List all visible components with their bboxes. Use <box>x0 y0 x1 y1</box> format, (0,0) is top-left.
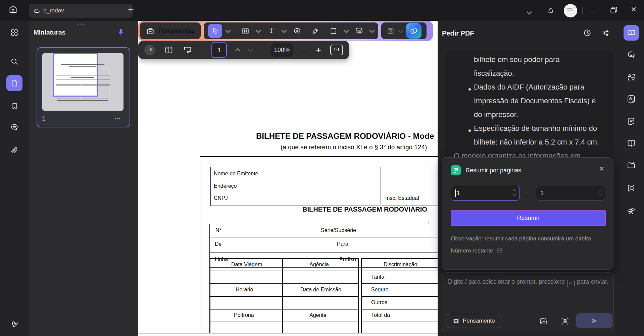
paperclip-icon <box>10 146 19 154</box>
shape-tool-expander[interactable] <box>344 27 349 33</box>
panel-settings-button[interactable] <box>601 29 610 39</box>
left-sidebar <box>0 21 29 336</box>
page-from-input[interactable]: 1 <box>451 186 520 201</box>
home-icon <box>8 4 18 14</box>
text-tool-button[interactable]: T <box>264 24 278 38</box>
page-thumbnail[interactable]: 1 ••• <box>37 47 130 127</box>
doc-cell-label: Horário <box>236 287 253 293</box>
user-avatar[interactable] <box>564 4 577 17</box>
summarize-submit-button[interactable]: Resumir <box>451 210 606 226</box>
sidebar-item-thumbnails[interactable] <box>6 75 22 91</box>
send-button[interactable] <box>576 313 612 328</box>
page-number-value: 1 <box>217 46 221 54</box>
tools-group: T <box>204 22 378 39</box>
pin-button[interactable] <box>116 28 125 38</box>
save-icon[interactable] <box>386 26 395 35</box>
dialog-close-button[interactable]: × <box>599 164 604 174</box>
page-layout-button[interactable] <box>164 45 174 55</box>
message-line: do impressor. <box>474 110 518 119</box>
message-line: Especificação de tamanho mínimo do <box>474 124 597 133</box>
tools-menu-button[interactable]: Ferramentas <box>140 22 201 39</box>
page-number-input[interactable]: 1 <box>211 42 227 58</box>
previous-page-button[interactable] <box>235 48 241 53</box>
select-tool-button[interactable] <box>208 24 222 38</box>
rail-item-ask-pdf[interactable] <box>624 25 639 41</box>
select-tool-expander[interactable] <box>226 27 231 33</box>
doc-cell-label: De <box>215 241 221 247</box>
mini-doc-footer <box>57 100 108 101</box>
zoom-out-button[interactable]: − <box>302 45 307 55</box>
header-tool-button[interactable] <box>238 24 252 38</box>
rail-item-translate-page[interactable] <box>624 91 639 107</box>
highlighter-icon <box>311 27 319 35</box>
sidebar-item-search[interactable] <box>6 54 22 70</box>
bullet-dot <box>468 129 471 132</box>
sidebar-item-theme[interactable] <box>6 316 22 332</box>
titlebar: b_rodov — × <box>0 0 644 21</box>
history-button[interactable] <box>583 28 592 39</box>
doc-cell-label: Para <box>337 241 348 247</box>
sidebar-item-panels[interactable] <box>6 24 22 41</box>
bookmark-icon <box>10 102 19 110</box>
zoom-in-button[interactable]: + <box>316 45 321 55</box>
minimize-button[interactable]: — <box>590 6 597 13</box>
bullet-dot <box>468 88 471 91</box>
doc-cell-label: Agência <box>309 262 329 268</box>
atom-icon <box>452 317 460 325</box>
panel-drag-handle[interactable]: ••• <box>77 21 86 27</box>
to-stepper[interactable] <box>599 188 601 195</box>
save-expander[interactable] <box>398 27 403 33</box>
sidebar-item-bookmarks[interactable] <box>6 98 22 114</box>
restore-button[interactable] <box>609 6 618 16</box>
thinking-mode-button[interactable]: Pensamento <box>447 314 500 328</box>
actual-size-label: 1:1 <box>334 48 339 52</box>
text-tool-expander[interactable] <box>282 27 287 33</box>
rail-item-ai-files[interactable] <box>624 158 639 173</box>
sidebar-item-attachments[interactable] <box>6 142 22 158</box>
new-tab-button[interactable] <box>127 5 135 15</box>
range-separator: - <box>525 189 527 197</box>
from-stepper[interactable] <box>513 188 516 195</box>
rail-item-explore[interactable] <box>624 203 639 218</box>
message-line: Impressão de Documentos Fiscais) e <box>474 97 596 105</box>
measure-tool-button[interactable] <box>352 24 366 38</box>
doc-row-line <box>210 283 358 284</box>
home-button[interactable] <box>8 4 18 15</box>
screenshot-button[interactable] <box>560 317 569 327</box>
panel-title: Pedir PDF <box>442 30 474 37</box>
next-page-button[interactable] <box>248 47 253 52</box>
document-tab[interactable]: b_rodov <box>29 4 133 18</box>
close-button[interactable]: × <box>631 4 636 15</box>
rail-item-ai-chat[interactable] <box>624 47 639 62</box>
notifications-button[interactable] <box>546 6 555 16</box>
text-tool-icon: T <box>269 26 274 35</box>
ai-assistant-button[interactable] <box>406 23 422 39</box>
collapse-tray-button[interactable] <box>144 45 155 55</box>
window-menu-button[interactable] <box>528 9 531 15</box>
rail-item-reader[interactable] <box>624 135 639 151</box>
presentation-button[interactable] <box>183 45 193 55</box>
history-clock-icon <box>583 28 592 38</box>
measure-tool-expander[interactable] <box>369 27 375 33</box>
thumbnails-panel: ••• Miniaturas 1 ••• <box>29 21 139 336</box>
insert-image-button[interactable] <box>539 317 548 327</box>
comment-tool-button[interactable] <box>290 24 304 38</box>
grid-icon <box>10 28 19 37</box>
rail-item-summarize[interactable] <box>624 114 639 129</box>
shape-tool-button[interactable] <box>326 24 340 38</box>
page-icon <box>10 79 19 88</box>
dialog-remaining: Número restante: 69 <box>451 247 503 254</box>
summarize-dialog: Resumir por páginas × 1 - 1 Resumir Obse… <box>442 157 613 270</box>
highlighter-tool-button[interactable] <box>308 24 322 38</box>
comment-icon <box>10 123 19 131</box>
actual-size-button[interactable]: 1:1 <box>330 45 343 55</box>
thumbnail-more-button[interactable]: ••• <box>114 116 121 121</box>
zoom-level-button[interactable]: 100% <box>271 43 293 57</box>
doc-title: BILHETE DE PASSAGEM RODOVIÁRIO - Mode <box>256 131 434 141</box>
chat-input-box[interactable]: Digite / para selecionar o prompt, press… <box>442 272 614 332</box>
rail-item-translate[interactable] <box>624 69 639 85</box>
page-to-input[interactable]: 1 <box>536 186 605 201</box>
header-tool-expander[interactable] <box>256 27 261 33</box>
sidebar-item-comments[interactable] <box>6 119 22 135</box>
rail-item-ai-search[interactable] <box>624 180 639 196</box>
